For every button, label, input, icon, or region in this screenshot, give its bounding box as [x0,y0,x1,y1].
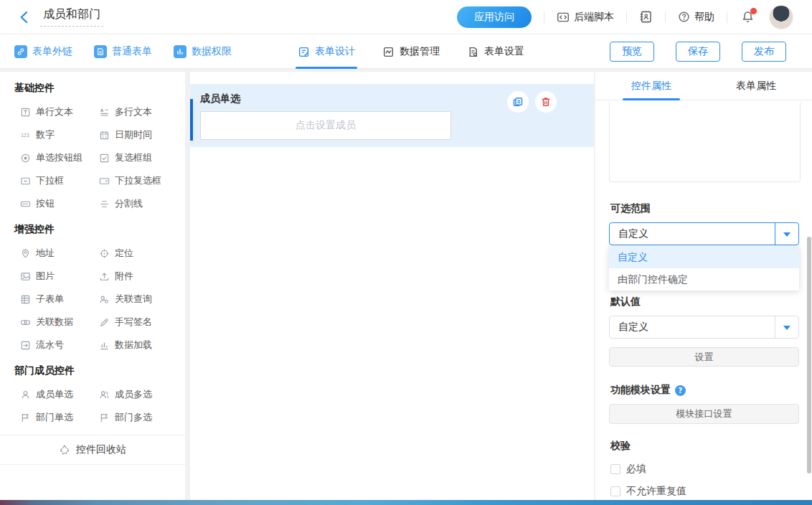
control-label: 附件 [115,270,133,283]
control-signature[interactable]: 手写签名 [99,311,185,334]
save-button[interactable]: 保存 [676,42,720,62]
tab-form-settings[interactable]: 表单设置 [467,34,524,69]
subform-icon [20,294,31,305]
tab-label: 数据管理 [400,45,440,58]
department-flag-icon [99,412,110,423]
control-single-line-text[interactable]: 单行文本 [20,100,99,123]
selection-accent-bar [190,99,193,141]
divider [727,11,727,23]
enhanced-controls-grid: 地址 定位 图片 附件 子表单 关联查询 关联数据 手写签名 流水号 数据加载 [0,242,185,357]
optional-range-select[interactable]: 自定义 [609,222,799,245]
control-label: 图片 [36,270,55,283]
help-button[interactable]: 帮助 [678,11,714,24]
control-label: 定位 [115,247,133,260]
publish-button[interactable]: 发布 [742,42,786,62]
delete-field-button[interactable] [535,91,557,113]
preview-button[interactable]: 预览 [610,42,654,62]
field-label: 成员单选 [200,93,240,105]
control-positioning[interactable]: 定位 [99,242,185,265]
top-bar: 成员和部门 应用访问 后端脚本 帮助 [0,0,812,34]
control-linked-data[interactable]: 关联数据 [20,311,99,334]
control-label: 部门多选 [115,411,152,424]
selected-field-card[interactable]: 成员单选 点击设置成员 [190,84,594,147]
required-checkbox[interactable] [610,464,620,474]
control-label: 数据加载 [115,339,152,351]
module-interface-button[interactable]: 模块接口设置 [609,404,799,424]
control-label: 关联查询 [115,293,152,306]
copy-field-button[interactable] [507,91,529,113]
control-serial-number[interactable]: 流水号 [20,334,99,357]
control-label: 成员单选 [36,388,73,401]
pen-icon [99,317,110,328]
panel-scrollbar[interactable] [807,237,811,473]
control-label: 单选按钮组 [36,151,82,164]
control-radio-group[interactable]: 单选按钮组 [20,146,99,169]
control-member-multi-select[interactable]: 成员多选 [99,383,185,406]
control-checkbox-group[interactable]: 复选框组 [99,146,185,169]
control-datetime[interactable]: 日期时间 [99,123,185,146]
control-attachment[interactable]: 附件 [99,265,185,288]
tab-form-external-link[interactable]: 表单外链 [14,45,72,58]
number-icon [20,130,31,141]
control-dept-multi-select[interactable]: 部门多选 [99,406,185,429]
text-icon [20,107,31,118]
control-address[interactable]: 地址 [20,242,99,265]
section-title-dept-member-controls: 部门成员控件 [14,363,185,377]
tab-label: 表单外链 [32,45,72,58]
app-access-button[interactable]: 应用访问 [457,6,532,28]
properties-tabs: 控件属性 表单属性 [595,72,812,100]
validation-label: 校验 [610,440,812,453]
tab-data-management[interactable]: 数据管理 [382,34,440,69]
notifications-button[interactable] [741,10,755,24]
people-icon [99,390,110,400]
question-mark-icon[interactable]: ? [675,385,686,396]
backend-script-button[interactable]: 后端脚本 [557,11,614,24]
person-icon [20,390,31,400]
page-title[interactable]: 成员和部门 [40,7,103,27]
control-subform[interactable]: 子表单 [20,288,99,311]
control-button[interactable]: 按钮 [20,192,99,215]
control-multi-select[interactable]: 下拉复选框 [99,169,185,192]
select-arrow-zone[interactable] [775,223,798,245]
tab-normal-form[interactable]: 普通表单 [94,45,152,58]
required-checkbox-row: 必填 [610,463,812,476]
upload-icon [99,271,110,282]
control-image[interactable]: 图片 [20,265,99,288]
dropdown-option-custom[interactable]: 自定义 [609,246,799,268]
tab-form-properties[interactable]: 表单属性 [727,72,785,100]
address-book-button[interactable] [639,10,653,24]
copy-icon [512,96,524,108]
tab-control-properties[interactable]: 控件属性 [623,72,680,100]
tab-label: 表单设计 [315,45,355,58]
default-value-select[interactable]: 自定义 [609,316,799,339]
select-arrow-zone[interactable] [775,316,798,338]
tab-data-permission[interactable]: 数据权限 [174,45,232,58]
control-data-loading[interactable]: 数据加载 [99,334,185,357]
department-flag-icon [20,412,31,423]
control-multi-line-text[interactable]: 多行文本 [99,100,185,123]
checkbox-icon [99,153,110,164]
textarea-icon [99,107,110,118]
control-member-single-select[interactable]: 成员单选 [20,383,99,406]
control-linked-query[interactable]: 关联查询 [99,288,185,311]
topbar-actions: 应用访问 后端脚本 帮助 [457,5,793,29]
control-divider[interactable]: 分割线 [99,192,185,215]
controls-sidebar: 基础控件 单行文本 多行文本 数字 日期时间 单选按钮组 复选框组 下拉框 下拉… [0,72,185,500]
control-number[interactable]: 数字 [20,123,99,146]
control-dept-single-select[interactable]: 部门单选 [20,406,99,429]
divider [665,11,666,23]
set-button[interactable]: 设置 [609,347,799,367]
member-picker-input[interactable]: 点击设置成员 [200,111,451,140]
control-recycle-bin[interactable]: 控件回收站 [0,435,185,465]
control-select[interactable]: 下拉框 [20,169,99,192]
dropdown-option-by-dept-control[interactable]: 由部门控件确定 [609,268,799,291]
code-icon [557,11,570,24]
control-label: 多行文本 [115,105,152,118]
back-icon[interactable] [17,10,32,24]
form-type-tabs: 表单外链 普通表单 数据权限 [14,34,232,69]
tab-form-design[interactable]: 表单设计 [298,34,355,69]
control-label: 分割线 [115,197,143,210]
dept-member-controls-grid: 成员单选 成员多选 部门单选 部门多选 [0,383,185,429]
avatar[interactable] [769,5,793,29]
no-duplicate-checkbox[interactable] [610,486,620,496]
